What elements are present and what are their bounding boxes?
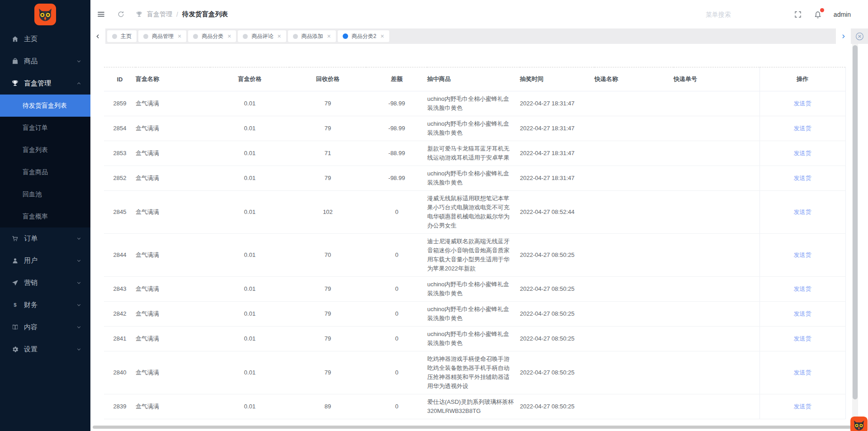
sidebar-subitem[interactable]: 盲盒商品 xyxy=(0,161,90,183)
fullscreen-icon[interactable] xyxy=(794,10,802,19)
breadcrumb-section[interactable]: 盲盒管理 xyxy=(147,10,172,19)
cell-draw-time: 2022-04-27 08:50:25 xyxy=(520,327,594,351)
tab-close-icon[interactable] xyxy=(380,33,384,39)
menu-search-input[interactable] xyxy=(705,10,783,19)
sidebar-subitem[interactable]: 盲盒概率 xyxy=(0,205,90,227)
sidebar-item[interactable]: 营销 xyxy=(0,272,90,294)
send-goods-link[interactable]: 发送货 xyxy=(794,251,811,258)
sidebar-item[interactable]: 盲盒管理 xyxy=(0,72,90,95)
cell-product: 吃鸡神器游戏手柄使命召唤手游吃鸡全装备散热器手机手柄自动压抢神器精英和平外挂辅助… xyxy=(427,351,520,394)
tab-close-icon[interactable] xyxy=(277,33,281,39)
tab-close-icon[interactable] xyxy=(327,33,331,39)
sidebar-subitem[interactable]: 盲盒列表 xyxy=(0,139,90,161)
cell-action: 发送货 xyxy=(760,91,845,116)
sidebar-item[interactable]: $财务 xyxy=(0,294,90,316)
main-content: ID盲盒名称盲盒价格回收价格差额抽中商品抽奖时间快递名称快递单号操作 2859 … xyxy=(90,44,868,431)
cell-box-price: 0.01 xyxy=(210,191,289,234)
blind-box-icon xyxy=(11,80,19,87)
sidebar-subitem[interactable]: 待发货盲盒列表 xyxy=(0,95,90,117)
table-row: 2854 盒气满满 0.01 79 -98.99 uchino内野毛巾全棉小蜜蜂… xyxy=(104,116,845,141)
cell-courier-name xyxy=(594,166,674,191)
cell-id: 2839 xyxy=(104,394,136,419)
column-header: 操作 xyxy=(760,67,845,91)
sidebar-item-label: 内容 xyxy=(24,323,76,332)
tab[interactable]: 商品管理 xyxy=(138,30,186,42)
cell-product: uchino内野毛巾全棉小蜜蜂礼盒装洗脸巾黄色 xyxy=(427,91,520,116)
cell-courier-name xyxy=(594,141,674,166)
tab[interactable]: 商品添加 xyxy=(288,30,336,42)
cell-product: uchino内野毛巾全棉小蜜蜂礼盒装洗脸巾黄色 xyxy=(427,327,520,351)
cell-box-name: 盒气满满 xyxy=(136,116,210,141)
tab[interactable]: 商品分类 xyxy=(188,30,236,42)
sidebar-item[interactable]: 用户 xyxy=(0,250,90,272)
refresh-icon[interactable] xyxy=(117,10,125,18)
cell-draw-time: 2022-04-27 08:50:25 xyxy=(520,394,594,419)
vertical-scrollbar-thumb[interactable] xyxy=(853,45,858,399)
tabs-scroll-left-button[interactable] xyxy=(90,28,105,44)
send-goods-link[interactable]: 发送货 xyxy=(794,285,811,292)
cell-tracking-no xyxy=(674,351,760,394)
horizontal-scrollbar[interactable] xyxy=(93,426,854,429)
chevron-down-icon xyxy=(76,236,82,242)
sidebar-subitem[interactable]: 盲盒订单 xyxy=(0,117,90,139)
cell-recycle-price: 79 xyxy=(289,351,366,394)
cell-recycle-price: 79 xyxy=(289,277,366,302)
cell-tracking-no xyxy=(674,141,760,166)
sidebar-item[interactable]: 主页 xyxy=(0,28,90,50)
vertical-scrollbar-track xyxy=(852,44,858,427)
tab-label: 商品管理 xyxy=(152,33,174,40)
cell-draw-time: 2022-04-27 18:31:47 xyxy=(520,91,594,116)
send-goods-link[interactable]: 发送货 xyxy=(794,175,811,181)
cell-diff: 0 xyxy=(366,191,427,234)
app-logo[interactable] xyxy=(34,4,56,25)
cell-diff: -88.99 xyxy=(366,141,427,166)
cell-box-price: 0.01 xyxy=(210,141,289,166)
cell-box-name: 盒气满满 xyxy=(136,91,210,116)
cell-draw-time: 2022-04-27 08:50:25 xyxy=(520,351,594,394)
tab[interactable]: 主页 xyxy=(107,30,137,42)
cell-draw-time: 2022-04-27 08:50:25 xyxy=(520,302,594,327)
send-goods-link[interactable]: 发送货 xyxy=(794,100,811,107)
send-goods-link[interactable]: 发送货 xyxy=(794,208,811,215)
send-goods-link[interactable]: 发送货 xyxy=(794,150,811,156)
sidebar-subitem[interactable]: 回血池 xyxy=(0,183,90,205)
sidebar-item[interactable]: 设置 xyxy=(0,338,90,360)
cell-recycle-price: 79 xyxy=(289,116,366,141)
tab-close-icon[interactable] xyxy=(227,33,231,39)
sidebar-item[interactable]: 订单 xyxy=(0,227,90,250)
goods-icon xyxy=(11,57,19,65)
cell-box-price: 0.01 xyxy=(210,351,289,394)
tabs-scroll-right-button[interactable] xyxy=(836,28,851,44)
chevron-down-icon xyxy=(76,324,82,330)
user-menu[interactable]: admin xyxy=(834,11,851,18)
sidebar-item[interactable]: 内容 xyxy=(0,316,90,338)
breadcrumb-separator: / xyxy=(176,11,178,18)
cell-box-price: 0.01 xyxy=(210,234,289,277)
close-all-tabs-button[interactable] xyxy=(851,28,868,44)
cell-diff: -98.99 xyxy=(366,91,427,116)
tab-close-icon[interactable] xyxy=(178,33,181,39)
sidebar-item[interactable]: 商品 xyxy=(0,50,90,72)
cell-id: 2844 xyxy=(104,234,136,277)
send-goods-link[interactable]: 发送货 xyxy=(794,335,811,342)
floating-logo-button[interactable] xyxy=(850,417,868,431)
column-header: 快递名称 xyxy=(594,67,674,91)
tab[interactable]: 商品分类2 xyxy=(338,30,389,42)
notification-badge xyxy=(820,8,824,12)
cell-box-price: 0.01 xyxy=(210,302,289,327)
tab[interactable]: 商品评论 xyxy=(238,30,286,42)
send-goods-link[interactable]: 发送货 xyxy=(794,403,811,410)
owl-logo-icon xyxy=(34,4,56,25)
sidebar-toggle-icon[interactable] xyxy=(97,10,105,19)
column-header: ID xyxy=(104,67,136,91)
cell-courier-name xyxy=(594,191,674,234)
cell-tracking-no xyxy=(674,234,760,277)
tab-status-dot-icon xyxy=(243,34,248,39)
orders-icon xyxy=(11,235,19,242)
sidebar-item-label: 订单 xyxy=(24,234,76,243)
send-goods-link[interactable]: 发送货 xyxy=(794,369,811,376)
notifications-button[interactable] xyxy=(813,9,822,19)
table-row: 2859 盒气满满 0.01 79 -98.99 uchino内野毛巾全棉小蜜蜂… xyxy=(104,91,845,116)
send-goods-link[interactable]: 发送货 xyxy=(794,125,811,132)
send-goods-link[interactable]: 发送货 xyxy=(794,310,811,317)
